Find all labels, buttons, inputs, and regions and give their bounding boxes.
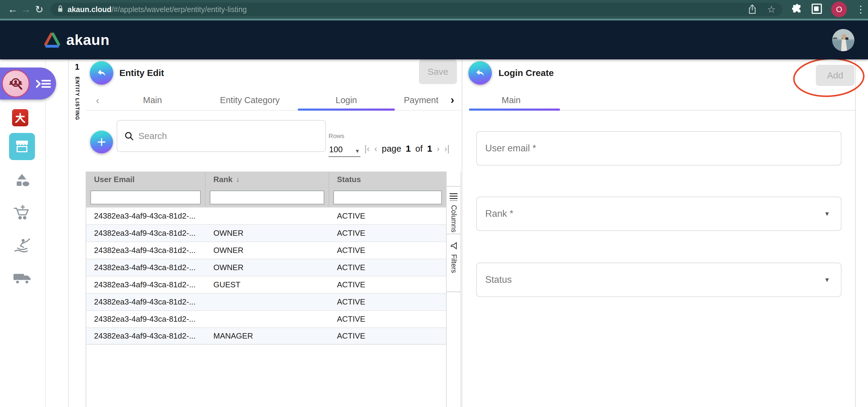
tabs-scroll-left-icon[interactable]: ‹ (91, 90, 104, 110)
table-filter-row (86, 187, 446, 207)
filter-input-status[interactable] (333, 191, 442, 205)
caret-down-icon: ▼ (824, 277, 830, 283)
workspace-tab-number: 1 (75, 62, 79, 72)
applet-menu-icon[interactable] (36, 78, 51, 91)
bookmark-star-icon[interactable]: ☆ (767, 4, 776, 15)
browser-back-button[interactable]: ← (6, 4, 19, 15)
save-button[interactable]: Save (419, 59, 457, 84)
table-row[interactable]: 24382ea3-4af9-43ca-81d2-... GUEST ACTIVE (86, 276, 446, 293)
prev-page-icon[interactable]: ‹ (374, 144, 377, 154)
workspace-tab-label: ENTITY LISTING (74, 76, 80, 120)
table-header-row: User Email Rank↓ Status (86, 171, 446, 187)
caret-down-icon: ▼ (824, 211, 830, 217)
address-bar[interactable]: akaun.cloud/#/applets/wavelet/erp/entity… (51, 3, 782, 16)
active-tab-underline (469, 108, 560, 111)
next-page-icon[interactable]: › (437, 144, 440, 154)
back-arrow-icon (474, 67, 486, 79)
sidebar-app-waterski[interactable] (13, 237, 31, 254)
browser-forward-button[interactable]: → (19, 4, 33, 15)
first-page-icon[interactable]: |‹ (364, 144, 370, 154)
search-box (117, 120, 326, 152)
table-side-rail: Columns Filters (447, 171, 461, 407)
rows-label: Rows (329, 132, 344, 139)
storefront-icon (14, 139, 30, 153)
search-icon (124, 131, 134, 141)
sidebar-app-truck[interactable] (13, 271, 31, 285)
cart-plus-icon (13, 205, 30, 220)
workspace-tab-rail[interactable]: 1 ENTITY LISTING (69, 59, 86, 407)
active-applet-pill (0, 67, 56, 99)
last-page-icon[interactable]: ›| (444, 144, 450, 154)
app-icon-sidebar (0, 59, 45, 407)
caret-down-icon: ▼ (355, 148, 360, 154)
sidebar-app-red-dai[interactable] (12, 109, 28, 126)
entity-edit-title: Entity Edit (119, 59, 164, 87)
table-row[interactable]: 24382ea3-4af9-43ca-81d2-... MANAGER ACTI… (86, 327, 446, 345)
column-header-status[interactable]: Status (329, 171, 446, 187)
login-create-form: User email * Rank * ▼ Status ▼ (462, 111, 868, 407)
add-button[interactable]: Add (816, 65, 855, 86)
water-ski-icon (13, 238, 30, 253)
login-create-back-button[interactable] (468, 61, 492, 85)
pagination: |‹ ‹ page 1 of 1 › ›| (364, 142, 450, 156)
table-row[interactable]: 24382ea3-4af9-43ca-81d2-... ACTIVE (86, 310, 446, 327)
entity-edit-back-button[interactable] (90, 61, 113, 85)
collapsed-nav-rail (45, 59, 69, 407)
truck-icon (13, 271, 31, 285)
filter-input-rank[interactable] (210, 191, 324, 205)
back-arrow-icon (96, 67, 107, 79)
panel-scrollbar[interactable] (855, 61, 856, 407)
user-email-field[interactable]: User email * (476, 131, 841, 165)
url-text: akaun.cloud/#/applets/wavelet/erp/entity… (67, 5, 247, 14)
search-input[interactable] (138, 131, 307, 141)
column-header-user-email[interactable]: User Email (86, 171, 206, 187)
entity-edit-panel: Entity Edit Save ‹ Main Entity Category … (86, 59, 462, 407)
columns-icon (450, 193, 458, 201)
filters-tab[interactable]: Filters (447, 234, 461, 292)
dai-character-icon (14, 112, 26, 124)
page-word: page (382, 144, 401, 154)
active-tab-underline (298, 108, 395, 111)
sidebar-app-shapes[interactable] (13, 172, 31, 188)
rows-per-page-select[interactable]: 100 ▼ (329, 139, 361, 157)
tab-login-active[interactable]: Login (316, 90, 376, 110)
table-row[interactable]: 24382ea3-4af9-43ca-81d2-... OWNER ACTIVE (86, 259, 446, 276)
tab-main[interactable]: Main (122, 90, 183, 110)
user-avatar[interactable] (832, 29, 855, 51)
table-row[interactable]: 24382ea3-4af9-43ca-81d2-... OWNER ACTIVE (86, 242, 446, 259)
entity-applet-icon[interactable] (2, 70, 30, 97)
sidebar-app-cart[interactable] (13, 204, 31, 221)
screen: ← → ↻ akaun.cloud/#/applets/wavelet/erp/… (0, 0, 868, 407)
tabs-scroll-right-icon[interactable]: › (443, 90, 462, 110)
table-row[interactable]: 24382ea3-4af9-43ca-81d2-... ACTIVE (86, 207, 446, 224)
tab-entity-category[interactable]: Entity Category (202, 90, 298, 110)
add-login-button[interactable]: + (90, 130, 113, 153)
browser-profile-avatar[interactable]: O (831, 1, 847, 17)
app-header: akaun (0, 21, 868, 59)
akaun-triangle-icon (42, 31, 62, 49)
akaun-logo[interactable]: akaun (42, 31, 110, 49)
table-row[interactable]: 24382ea3-4af9-43ca-81d2-... OWNER ACTIVE (86, 224, 446, 242)
rank-select[interactable]: Rank * ▼ (476, 196, 841, 231)
tab-main-active[interactable]: Main (481, 90, 541, 110)
filter-input-user-email[interactable] (90, 191, 201, 205)
columns-tab[interactable]: Columns (447, 187, 461, 234)
side-panel-icon[interactable] (811, 3, 822, 15)
shapes-icon (13, 173, 31, 188)
sidebar-app-storefront[interactable] (9, 133, 35, 160)
status-select[interactable]: Status ▼ (476, 262, 841, 297)
sort-descending-icon: ↓ (236, 175, 240, 184)
table-row[interactable]: 24382ea3-4af9-43ca-81d2-... ACTIVE (86, 293, 446, 310)
tab-payment[interactable]: Payment (404, 90, 439, 110)
current-page-number: 1 (406, 144, 411, 154)
lock-icon (57, 5, 63, 14)
browser-menu-icon[interactable]: ⋮ (856, 4, 862, 15)
share-icon[interactable] (748, 4, 757, 14)
entity-edit-tab-bar: ‹ Main Entity Category Login Payment › (86, 90, 462, 111)
column-header-rank[interactable]: Rank↓ (206, 171, 329, 187)
login-create-panel: Login Create Add Main User email * Rank … (462, 59, 868, 407)
login-table: User Email Rank↓ Status 24382ea3-4af9-43… (86, 171, 447, 407)
extensions-puzzle-icon[interactable] (792, 4, 802, 15)
browser-reload-button[interactable]: ↻ (33, 4, 46, 15)
logo-text: akaun (66, 32, 110, 48)
